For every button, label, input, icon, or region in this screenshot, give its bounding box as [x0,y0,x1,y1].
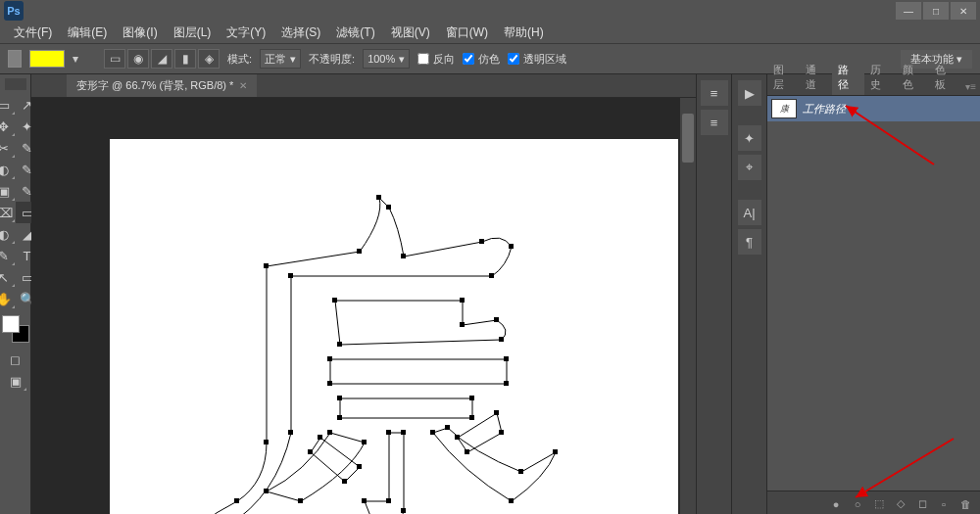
quickmask-toggle[interactable]: ◻ [4,349,27,370]
svg-rect-42 [445,425,450,430]
panel-tabs: 图层 通道 路径 历史 颜色 色板 ▾≡ [767,74,980,96]
svg-rect-20 [327,356,332,361]
blur-tool[interactable]: ◐ [0,223,16,245]
menu-file[interactable]: 文件(F) [8,23,58,43]
move-tool[interactable]: ▭ [0,94,16,116]
app-logo: Ps [4,1,24,21]
dock-icon[interactable]: ≡ [701,80,728,106]
tab-history[interactable]: 历史 [864,60,897,95]
maximize-button[interactable]: □ [923,2,949,20]
menu-help[interactable]: 帮助(H) [498,23,550,43]
fill-path-icon[interactable]: ● [827,495,845,513]
color-swatches[interactable] [2,315,29,343]
paths-panel-body: 康 工作路径 [767,96,980,491]
svg-rect-26 [469,415,474,420]
svg-rect-49 [499,430,504,435]
svg-rect-47 [455,435,460,440]
document-area: 变形字 @ 66.7% (背景, RGB/8) * ✕ [31,74,696,514]
menu-filter[interactable]: 滤镜(T) [330,23,380,43]
svg-rect-13 [386,205,391,210]
paragraph-panel-icon[interactable]: ¶ [738,229,761,255]
svg-rect-12 [401,254,406,258]
stamp-tool[interactable]: ▣ [0,180,16,202]
title-bar: Ps — □ ✕ [0,0,980,22]
play-icon[interactable]: ▶ [738,80,761,106]
svg-rect-19 [337,342,342,347]
document-tab-title: 变形字 @ 66.7% (背景, RGB/8) * [76,78,233,93]
svg-rect-32 [386,498,391,503]
gradient-angle-icon[interactable]: ◢ [151,49,172,69]
path-item-work-path[interactable]: 康 工作路径 [767,96,980,121]
path-item-name: 工作路径 [803,102,846,117]
gradient-dropdown[interactable]: ▾ [73,52,78,66]
tool-preset-picker[interactable] [8,50,22,68]
panel-menu-icon[interactable]: ▾≡ [961,78,980,95]
menu-text[interactable]: 文字(Y) [220,23,271,43]
selection-to-path-icon[interactable]: ◇ [892,495,909,513]
transparency-checkbox[interactable]: 透明区域 [508,52,566,67]
svg-rect-0 [376,195,381,200]
tab-swatches[interactable]: 色板 [929,60,961,95]
dock-icon[interactable]: ≡ [701,110,728,135]
right-panel-group: 图层 通道 路径 历史 颜色 色板 ▾≡ 康 工作路径 ● ○ ⬚ ◇ [766,74,980,514]
gradient-radial-icon[interactable]: ◉ [127,49,149,69]
eraser-tool[interactable]: ⌫ [0,202,16,223]
menu-select[interactable]: 选择(S) [275,23,326,43]
hand-tool[interactable]: ✋ [0,288,16,309]
opacity-select[interactable]: 100%▾ [363,49,410,69]
menu-layer[interactable]: 图层(L) [168,23,218,43]
main-area: ▭↗ ✥✦ ✂✎ ◐✎ ▣✎ ⌫▭ ◐◢ ✎T ↖▭ ✋🔍 ◻ ▣ 变形字 @ … [0,74,980,514]
reverse-checkbox[interactable]: 反向 [417,52,455,67]
svg-rect-39 [509,498,514,503]
svg-rect-2 [264,263,269,268]
tab-layers[interactable]: 图层 [767,60,800,95]
window-controls: — □ ✕ [896,2,976,20]
gradient-linear-icon[interactable]: ▭ [104,49,125,69]
delete-path-icon[interactable]: 🗑 [956,495,974,513]
gradient-swatch[interactable] [29,50,65,68]
tab-paths[interactable]: 路径 [832,60,864,95]
screenmode-toggle[interactable]: ▣ [4,370,27,392]
crop-tool[interactable]: ✂ [0,137,16,159]
menu-bar: 文件(F) 编辑(E) 图像(I) 图层(L) 文字(Y) 选择(S) 滤镜(T… [0,22,980,43]
path-to-selection-icon[interactable]: ⬚ [870,495,888,513]
canvas[interactable] [110,139,678,514]
foreground-color[interactable] [2,315,20,333]
document-tab[interactable]: 变形字 @ 66.7% (背景, RGB/8) * ✕ [67,74,257,97]
gradient-reflected-icon[interactable]: ▮ [174,49,196,69]
gradient-diamond-icon[interactable]: ◈ [198,49,220,69]
lasso-tool[interactable]: ✥ [0,116,16,137]
toolbox-handle[interactable] [5,78,26,90]
pen-tool[interactable]: ✎ [0,245,16,266]
tab-color[interactable]: 颜色 [897,60,929,95]
tab-channels[interactable]: 通道 [800,60,832,95]
svg-rect-41 [518,469,523,474]
svg-rect-33 [386,430,391,435]
close-button[interactable]: ✕ [951,2,976,20]
menu-window[interactable]: 窗口(W) [440,23,494,43]
new-path-icon[interactable]: ▫ [935,495,953,513]
clone-panel-icon[interactable]: ⌖ [738,155,761,180]
svg-rect-10 [509,244,514,249]
character-panel-icon[interactable]: A| [738,200,761,225]
menu-image[interactable]: 图像(I) [117,23,163,43]
opacity-label: 不透明度: [309,52,355,67]
menu-edit[interactable]: 编辑(E) [62,23,113,43]
minimize-button[interactable]: — [896,2,921,20]
menu-view[interactable]: 视图(V) [385,23,436,43]
heal-tool[interactable]: ◐ [0,159,16,180]
canvas-viewport[interactable] [31,98,696,514]
add-mask-icon[interactable]: ◻ [913,495,931,513]
svg-rect-35 [264,489,269,493]
mode-select[interactable]: 正常▾ [260,49,301,69]
document-tabs: 变形字 @ 66.7% (背景, RGB/8) * ✕ [31,74,696,98]
dither-checkbox[interactable]: 仿色 [463,52,500,67]
vertical-scrollbar[interactable] [680,98,696,514]
svg-rect-38 [430,430,435,435]
close-document-icon[interactable]: ✕ [239,80,247,91]
collapsed-dock-left: ≡ ≡ [696,74,731,514]
path-select-tool[interactable]: ↖ [0,266,16,288]
svg-rect-7 [288,430,293,435]
brush-panel-icon[interactable]: ✦ [738,125,761,151]
stroke-path-icon[interactable]: ○ [849,495,866,513]
